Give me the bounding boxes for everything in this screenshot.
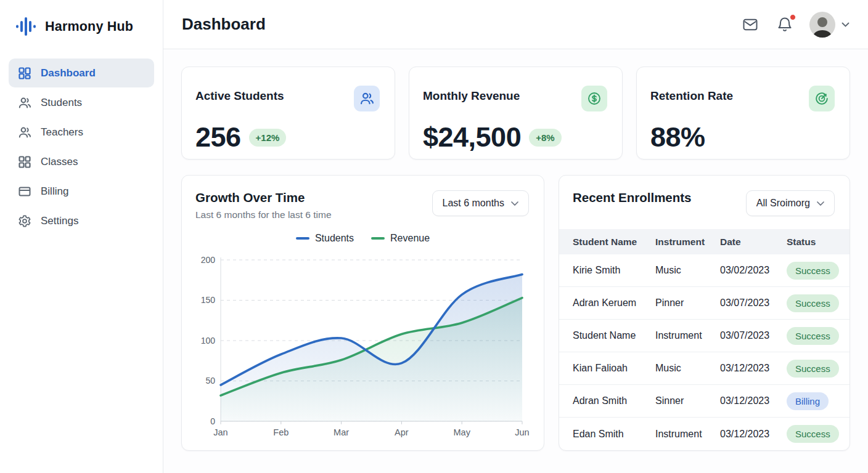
avatar [809, 12, 835, 38]
brand-name: Harmony Hub [45, 19, 133, 34]
table-row[interactable]: Kirie Smith Music 03/02/2023 Success [559, 254, 850, 287]
sidebar-item-dashboard[interactable]: Dashboard [9, 59, 154, 87]
svg-text:Apr: Apr [395, 427, 409, 437]
grid-icon [18, 155, 31, 169]
stat-change-badge: +8% [529, 129, 561, 147]
cell-instrument: Music [655, 265, 720, 276]
status-badge: Success [787, 425, 839, 443]
status-badge: Success [787, 262, 839, 280]
dollar-circle-icon [581, 86, 607, 111]
stat-value: $24,500 [423, 121, 521, 153]
enrollments-filter-select[interactable]: All Sroimorg [746, 190, 835, 216]
logo-waveform-icon [15, 16, 37, 37]
cell-date: 03/07/2023 [720, 330, 787, 341]
dashboard-grid-icon [18, 67, 31, 80]
cell-student-name: Adran Keruem [573, 297, 655, 309]
status-badge: Success [787, 360, 839, 378]
enrollments-panel: Recent Enrollments All Sroimorg Student … [559, 175, 850, 451]
target-arrow-icon [809, 86, 835, 111]
users-icon [354, 86, 380, 111]
svg-text:150: 150 [201, 295, 216, 305]
sidebar-item-label: Teachers [41, 126, 83, 139]
user-menu[interactable] [809, 12, 850, 38]
stat-card-monthly-revenue: Monthly Revenue $24,500 +8% [409, 67, 623, 160]
svg-text:Jan: Jan [213, 427, 227, 437]
sidebar-item-students[interactable]: Students [9, 88, 154, 117]
cell-student-name: Kian Falioah [573, 363, 655, 374]
chevron-down-icon [817, 201, 824, 206]
svg-text:Feb: Feb [273, 427, 289, 437]
time-range-label: Last 6 months [443, 198, 505, 209]
cell-student-name: Edan Smith [573, 429, 655, 440]
mail-icon [742, 16, 759, 33]
users-icon [18, 96, 31, 110]
sidebar-item-label: Settings [41, 215, 78, 227]
panels-row: Growth Over Time Last 6 months for the l… [181, 175, 850, 451]
status-badge: Success [787, 294, 839, 312]
status-badge: Success [787, 327, 839, 345]
mail-button[interactable] [740, 15, 760, 34]
table-row[interactable]: Edan Smith Instrument 03/12/2023 Success [559, 418, 850, 450]
legend-swatch [296, 237, 309, 240]
sidebar-item-label: Dashboard [41, 67, 96, 79]
column-header: Student Name [573, 236, 655, 248]
column-header: Date [720, 236, 787, 248]
cell-student-name: Adran Smith [573, 395, 655, 406]
column-header: Status [787, 236, 850, 248]
cell-instrument: Instrument [655, 330, 720, 341]
cell-date: 03/07/2023 [720, 297, 787, 309]
table-row[interactable]: Student Name Instrument 03/07/2023 Succe… [559, 320, 850, 352]
stat-label: Monthly Revenue [423, 86, 520, 103]
dashboard-content: Active Students 256 +12% [163, 49, 868, 473]
sidebar: Harmony Hub Dashboard [0, 0, 163, 473]
legend-item-students[interactable]: Students [296, 233, 354, 244]
table-row[interactable]: Adran Keruem Pinner 03/07/2023 Success [559, 287, 850, 320]
legend-label: Revenue [390, 233, 430, 244]
sidebar-item-classes[interactable]: Classes [9, 147, 154, 176]
page-title: Dashboard [182, 15, 266, 34]
table-row[interactable]: Kian Falioah Music 03/12/2023 Success [559, 352, 850, 385]
stat-change-badge: +12% [249, 129, 287, 147]
chart-legend: StudentsRevenue [182, 233, 544, 244]
growth-title: Growth Over Time [195, 190, 332, 205]
credit-card-icon [18, 185, 31, 198]
legend-item-revenue[interactable]: Revenue [371, 233, 430, 244]
cell-date: 03/12/2023 [720, 363, 787, 374]
stat-value: 88% [650, 121, 705, 153]
table-row[interactable]: Adran Smith Sinner 03/12/2023 Billing [559, 385, 850, 418]
cell-student-name: Student Name [573, 330, 655, 341]
topbar: Dashboard [163, 0, 868, 49]
app-root: Harmony Hub Dashboard [0, 0, 868, 473]
sidebar-item-label: Classes [41, 156, 78, 168]
sidebar-item-label: Students [41, 97, 82, 109]
legend-label: Students [315, 233, 354, 244]
cell-instrument: Pinner [655, 297, 720, 309]
cell-instrument: Music [655, 363, 720, 374]
chevron-down-icon [841, 22, 850, 27]
sidebar-item-teachers[interactable]: Teachers [9, 118, 154, 147]
svg-text:100: 100 [201, 336, 216, 346]
notifications-button[interactable] [775, 15, 795, 34]
brand: Harmony Hub [0, 0, 163, 58]
stat-label: Active Students [195, 86, 284, 103]
cell-date: 03/12/2023 [720, 395, 787, 406]
users-icon [18, 126, 31, 139]
notification-dot [790, 14, 796, 20]
table-header-row: Student Name Instrument Date Status [559, 229, 850, 254]
sidebar-item-settings[interactable]: Settings [9, 206, 154, 235]
sidebar-item-billing[interactable]: Billing [9, 177, 154, 206]
cell-student-name: Kirie Smith [573, 265, 655, 276]
stat-card-retention-rate: Retention Rate 88% [636, 67, 850, 160]
svg-text:Mar: Mar [334, 427, 349, 437]
growth-panel: Growth Over Time Last 6 months for the l… [181, 175, 544, 451]
chevron-down-icon [511, 201, 518, 206]
sidebar-nav: Dashboard Students Teach [0, 59, 163, 235]
svg-text:Jun: Jun [515, 427, 529, 437]
cell-date: 03/02/2023 [720, 265, 787, 276]
stats-row: Active Students 256 +12% [181, 67, 850, 160]
cell-instrument: Sinner [655, 395, 720, 406]
svg-text:0: 0 [210, 416, 215, 426]
time-range-select[interactable]: Last 6 months [432, 190, 530, 216]
stat-card-active-students: Active Students 256 +12% [181, 67, 395, 160]
cell-instrument: Instrument [655, 429, 720, 440]
